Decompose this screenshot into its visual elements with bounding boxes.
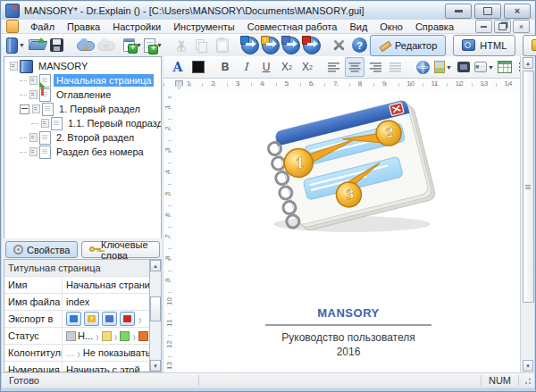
document-icon	[6, 20, 19, 33]
mdi-restore-icon	[498, 23, 507, 30]
status-green-swatch[interactable]	[120, 331, 130, 341]
scroll-down-icon[interactable]: ▼	[150, 360, 161, 371]
menu-item-1[interactable]: Правка	[61, 21, 106, 33]
export-pdf-button[interactable]	[302, 36, 321, 54]
tab-keywords[interactable]: Ключевые слова	[81, 241, 160, 258]
insert-control-button[interactable]: ■··▼	[474, 57, 494, 77]
minimize-button[interactable]	[445, 4, 472, 19]
menu-item-5[interactable]: Вид	[343, 21, 373, 33]
status-none-swatch[interactable]	[66, 331, 76, 341]
save-button[interactable]	[47, 36, 66, 54]
close-button[interactable]: ×	[504, 4, 531, 19]
tree-item[interactable]: 1. Первый раздел	[4, 102, 161, 116]
export-pdf-toggle[interactable]	[120, 312, 135, 326]
copy-button	[192, 36, 211, 54]
text-color-button[interactable]	[188, 57, 208, 77]
chevron-down-icon: ▼	[446, 64, 452, 71]
subscript-button[interactable]: X2	[277, 57, 297, 77]
editor-scrollbar[interactable]: ▲ ▼	[520, 56, 534, 372]
property-row-status[interactable]: Статус Н... › › ›	[4, 328, 151, 345]
property-row-name[interactable]: Имя Начальная страница	[4, 277, 151, 294]
drexplain-notebook-logo: 1 2 3	[243, 92, 454, 235]
property-row-export[interactable]: Экспорт в ? ›	[4, 311, 151, 328]
open-project-button[interactable]	[27, 36, 46, 54]
mdi-close-button[interactable]: ×	[513, 20, 530, 33]
tree-item[interactable]: Оглавление	[4, 88, 161, 102]
mdi-restore-button[interactable]	[494, 20, 511, 33]
maximize-button[interactable]	[474, 4, 501, 19]
export-html-toggle[interactable]	[66, 312, 81, 326]
align-right-button[interactable]	[365, 57, 385, 77]
tree-item[interactable]: Раздел без номера	[4, 145, 161, 159]
resize-grip[interactable]	[523, 376, 532, 385]
export-html-icon	[241, 37, 259, 54]
menu-item-2[interactable]: Настройки	[106, 21, 167, 33]
export-rtf-toggle[interactable]	[102, 312, 117, 326]
scroll-up-icon[interactable]: ▲	[150, 260, 161, 271]
align-center-button[interactable]	[345, 57, 364, 77]
editor-mode-button[interactable]: Редактор	[370, 35, 446, 56]
bold-button[interactable]: B	[215, 57, 235, 77]
insert-video-button[interactable]	[454, 57, 473, 77]
window-title: MANSORY* - Dr.Explain () - [C:\Users\MAN…	[24, 5, 442, 16]
scroll-up-icon[interactable]: ▲	[523, 57, 533, 69]
project-tree[interactable]: MANSORYНачальная страницаОглавление1. Пе…	[4, 56, 162, 240]
font-button[interactable]: A	[168, 57, 188, 77]
topic-marker-icon	[41, 119, 49, 128]
collapse-icon[interactable]	[20, 104, 29, 114]
add-topic-button[interactable]: +▼	[123, 36, 142, 54]
scrollbar-thumb[interactable]	[523, 71, 534, 303]
scrollbar-thumb[interactable]	[150, 296, 161, 321]
new-project-button[interactable]: ▼	[6, 36, 25, 54]
tree-item[interactable]: MANSORY	[4, 59, 161, 73]
margin-marker-icon[interactable]	[175, 80, 183, 89]
italic-button[interactable]: I	[236, 57, 255, 77]
properties-table: Титульная страница Имя Начальная страниц…	[4, 259, 151, 372]
paste-button	[213, 36, 231, 54]
tree-item[interactable]: 1.1. Первый подраздел	[4, 116, 161, 130]
insert-table-button[interactable]	[495, 57, 515, 77]
title-bar: MANSORY* - Dr.Explain () - [C:\Users\MAN…	[2, 2, 534, 20]
align-left-icon	[328, 63, 340, 72]
tree-item-label: Начальная страница	[54, 74, 154, 87]
superscript-button[interactable]: X2	[297, 57, 317, 77]
options-button[interactable]	[330, 36, 348, 54]
help-button[interactable]: ?	[350, 36, 369, 54]
status-orange-swatch[interactable]	[138, 331, 148, 341]
export-rtf-button[interactable]	[281, 36, 300, 54]
menu-item-6[interactable]: Окно	[373, 21, 409, 33]
cut-button	[172, 36, 190, 54]
project-book-icon	[6, 38, 18, 54]
document-page[interactable]: 1 2 3 MANSORY Руководство пользователя 2…	[176, 90, 521, 372]
mdi-minimize-button[interactable]	[475, 20, 492, 33]
menu-item-0[interactable]: Файл	[24, 21, 61, 33]
title-divider	[265, 324, 431, 326]
export-html-button[interactable]	[240, 36, 259, 54]
property-row-headers[interactable]: Колонтитулы ...›Не показывать	[4, 345, 151, 362]
properties-scrollbar[interactable]: ▲ ▼	[149, 259, 162, 372]
tree-item-label: Раздел без номера	[54, 146, 147, 158]
add-subtopic-button[interactable]: +▼	[144, 36, 163, 54]
tab-properties[interactable]: Свойства	[5, 241, 78, 258]
cloud-upload-icon	[77, 40, 93, 51]
chm-preview-button[interactable]: ?CHM	[523, 35, 536, 56]
tree-item[interactable]: Начальная страница	[4, 73, 161, 88]
left-panel: MANSORYНачальная страницаОглавление1. Пе…	[2, 56, 163, 372]
menu-item-3[interactable]: Инструменты	[167, 21, 241, 33]
export-chm-toggle[interactable]: ?	[84, 312, 99, 326]
hyperlink-button[interactable]	[413, 57, 432, 77]
underline-button[interactable]: U	[256, 57, 276, 77]
menu-item-7[interactable]: Справка	[409, 21, 460, 33]
chevron-down-icon: ▼	[488, 64, 494, 71]
insert-image-button[interactable]: ▼	[433, 57, 453, 77]
menu-item-4[interactable]: Совместная работа	[241, 21, 344, 33]
tree-item[interactable]: 2. Второй раздел	[4, 130, 161, 145]
topic-marker-icon	[32, 104, 40, 113]
upload-button[interactable]	[75, 36, 94, 54]
html-preview-button[interactable]: HTML	[453, 35, 515, 56]
align-left-button[interactable]	[324, 57, 344, 77]
property-row-filename[interactable]: Имя файла index	[4, 294, 151, 311]
status-yellow-swatch[interactable]	[102, 331, 112, 341]
export-chm-button[interactable]: ?	[261, 36, 280, 54]
scroll-down-icon[interactable]: ▼	[523, 360, 533, 371]
